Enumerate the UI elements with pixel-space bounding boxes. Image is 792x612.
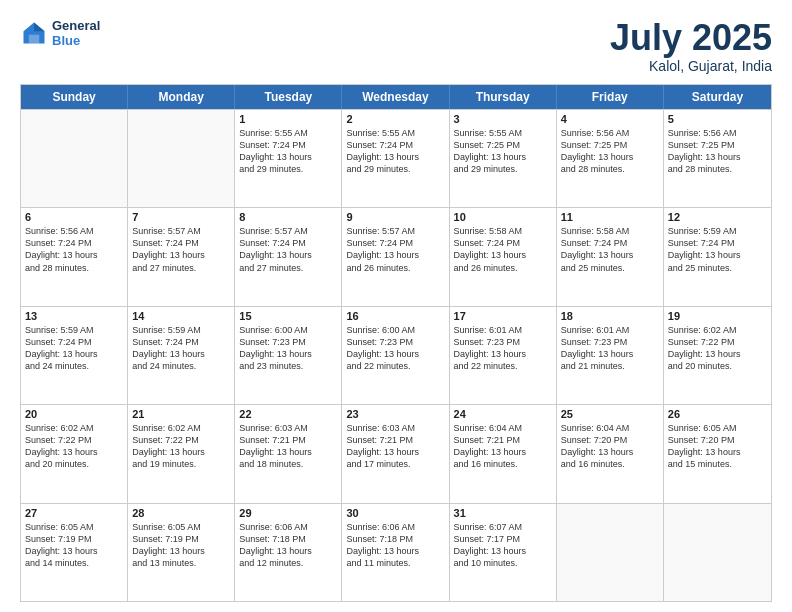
cell-info-line: Daylight: 13 hours	[132, 348, 230, 360]
cell-info-line: Sunset: 7:24 PM	[239, 139, 337, 151]
day-number: 17	[454, 310, 552, 322]
weekday-header: Tuesday	[235, 85, 342, 109]
cell-info-line: Daylight: 13 hours	[561, 446, 659, 458]
calendar-cell: 2Sunrise: 5:55 AMSunset: 7:24 PMDaylight…	[342, 110, 449, 207]
cell-info-line: and 22 minutes.	[346, 360, 444, 372]
cell-info-line: and 25 minutes.	[668, 262, 767, 274]
day-number: 24	[454, 408, 552, 420]
cell-info-line: Sunset: 7:21 PM	[346, 434, 444, 446]
cell-info-line: and 28 minutes.	[25, 262, 123, 274]
cell-info-line: Daylight: 13 hours	[454, 249, 552, 261]
cell-info-line: and 22 minutes.	[454, 360, 552, 372]
day-number: 30	[346, 507, 444, 519]
cell-info-line: Sunset: 7:23 PM	[561, 336, 659, 348]
weekday-header: Friday	[557, 85, 664, 109]
cell-info-line: Sunset: 7:21 PM	[454, 434, 552, 446]
calendar-cell: 16Sunrise: 6:00 AMSunset: 7:23 PMDayligh…	[342, 307, 449, 404]
cell-info-line: Daylight: 13 hours	[668, 151, 767, 163]
cell-info-line: and 25 minutes.	[561, 262, 659, 274]
calendar-cell: 15Sunrise: 6:00 AMSunset: 7:23 PMDayligh…	[235, 307, 342, 404]
cell-info-line: and 16 minutes.	[454, 458, 552, 470]
svg-rect-2	[29, 35, 40, 44]
logo-icon	[20, 19, 48, 47]
calendar-cell: 27Sunrise: 6:05 AMSunset: 7:19 PMDayligh…	[21, 504, 128, 601]
cell-info-line: Sunrise: 6:00 AM	[346, 324, 444, 336]
cell-info-line: and 14 minutes.	[25, 557, 123, 569]
calendar-cell: 23Sunrise: 6:03 AMSunset: 7:21 PMDayligh…	[342, 405, 449, 502]
cell-info-line: Daylight: 13 hours	[454, 446, 552, 458]
day-number: 8	[239, 211, 337, 223]
cell-info-line: Sunrise: 6:02 AM	[25, 422, 123, 434]
cell-info-line: and 12 minutes.	[239, 557, 337, 569]
cell-info-line: Sunset: 7:24 PM	[454, 237, 552, 249]
cell-info-line: Sunset: 7:23 PM	[454, 336, 552, 348]
calendar-cell: 22Sunrise: 6:03 AMSunset: 7:21 PMDayligh…	[235, 405, 342, 502]
cell-info-line: Sunset: 7:24 PM	[346, 139, 444, 151]
cell-info-line: Sunset: 7:20 PM	[561, 434, 659, 446]
location: Kalol, Gujarat, India	[610, 58, 772, 74]
cell-info-line: Sunset: 7:24 PM	[132, 237, 230, 249]
cell-info-line: Sunset: 7:22 PM	[668, 336, 767, 348]
month-title: July 2025	[610, 18, 772, 58]
day-number: 28	[132, 507, 230, 519]
calendar-cell: 30Sunrise: 6:06 AMSunset: 7:18 PMDayligh…	[342, 504, 449, 601]
calendar-cell	[557, 504, 664, 601]
cell-info-line: and 13 minutes.	[132, 557, 230, 569]
cell-info-line: and 26 minutes.	[454, 262, 552, 274]
day-number: 27	[25, 507, 123, 519]
calendar-row: 27Sunrise: 6:05 AMSunset: 7:19 PMDayligh…	[21, 503, 771, 601]
weekday-header: Monday	[128, 85, 235, 109]
day-number: 20	[25, 408, 123, 420]
cell-info-line: Sunrise: 6:03 AM	[239, 422, 337, 434]
day-number: 31	[454, 507, 552, 519]
cell-info-line: Sunrise: 5:59 AM	[25, 324, 123, 336]
header: General Blue July 2025 Kalol, Gujarat, I…	[20, 18, 772, 74]
cell-info-line: and 29 minutes.	[346, 163, 444, 175]
cell-info-line: Sunrise: 5:57 AM	[346, 225, 444, 237]
calendar-cell: 5Sunrise: 5:56 AMSunset: 7:25 PMDaylight…	[664, 110, 771, 207]
weekday-header: Sunday	[21, 85, 128, 109]
day-number: 29	[239, 507, 337, 519]
cell-info-line: Sunset: 7:24 PM	[239, 237, 337, 249]
cell-info-line: Daylight: 13 hours	[346, 348, 444, 360]
cell-info-line: Sunset: 7:20 PM	[668, 434, 767, 446]
cell-info-line: Daylight: 13 hours	[454, 545, 552, 557]
calendar-cell: 20Sunrise: 6:02 AMSunset: 7:22 PMDayligh…	[21, 405, 128, 502]
day-number: 15	[239, 310, 337, 322]
cell-info-line: and 17 minutes.	[346, 458, 444, 470]
calendar-cell: 9Sunrise: 5:57 AMSunset: 7:24 PMDaylight…	[342, 208, 449, 305]
calendar-cell: 29Sunrise: 6:06 AMSunset: 7:18 PMDayligh…	[235, 504, 342, 601]
title-block: July 2025 Kalol, Gujarat, India	[610, 18, 772, 74]
calendar-cell: 28Sunrise: 6:05 AMSunset: 7:19 PMDayligh…	[128, 504, 235, 601]
day-number: 25	[561, 408, 659, 420]
calendar-cell: 6Sunrise: 5:56 AMSunset: 7:24 PMDaylight…	[21, 208, 128, 305]
calendar-cell: 13Sunrise: 5:59 AMSunset: 7:24 PMDayligh…	[21, 307, 128, 404]
weekday-header: Saturday	[664, 85, 771, 109]
cell-info-line: Daylight: 13 hours	[668, 348, 767, 360]
cell-info-line: Sunrise: 6:05 AM	[668, 422, 767, 434]
cell-info-line: Sunrise: 5:57 AM	[132, 225, 230, 237]
cell-info-line: Sunset: 7:19 PM	[132, 533, 230, 545]
cell-info-line: Daylight: 13 hours	[239, 348, 337, 360]
logo: General Blue	[20, 18, 100, 48]
calendar-cell	[21, 110, 128, 207]
cell-info-line: and 24 minutes.	[25, 360, 123, 372]
day-number: 16	[346, 310, 444, 322]
cell-info-line: Sunrise: 6:02 AM	[668, 324, 767, 336]
cell-info-line: Sunset: 7:22 PM	[25, 434, 123, 446]
cell-info-line: Sunrise: 5:55 AM	[346, 127, 444, 139]
calendar-cell	[128, 110, 235, 207]
cell-info-line: Daylight: 13 hours	[239, 545, 337, 557]
cell-info-line: and 15 minutes.	[668, 458, 767, 470]
cell-info-line: Sunrise: 5:59 AM	[132, 324, 230, 336]
cell-info-line: Sunset: 7:24 PM	[25, 237, 123, 249]
day-number: 26	[668, 408, 767, 420]
cell-info-line: Daylight: 13 hours	[239, 249, 337, 261]
calendar-cell: 7Sunrise: 5:57 AMSunset: 7:24 PMDaylight…	[128, 208, 235, 305]
cell-info-line: Sunrise: 6:07 AM	[454, 521, 552, 533]
calendar-cell: 4Sunrise: 5:56 AMSunset: 7:25 PMDaylight…	[557, 110, 664, 207]
calendar-cell: 10Sunrise: 5:58 AMSunset: 7:24 PMDayligh…	[450, 208, 557, 305]
cell-info-line: Sunset: 7:22 PM	[132, 434, 230, 446]
cell-info-line: Sunset: 7:24 PM	[132, 336, 230, 348]
cell-info-line: Sunset: 7:24 PM	[668, 237, 767, 249]
